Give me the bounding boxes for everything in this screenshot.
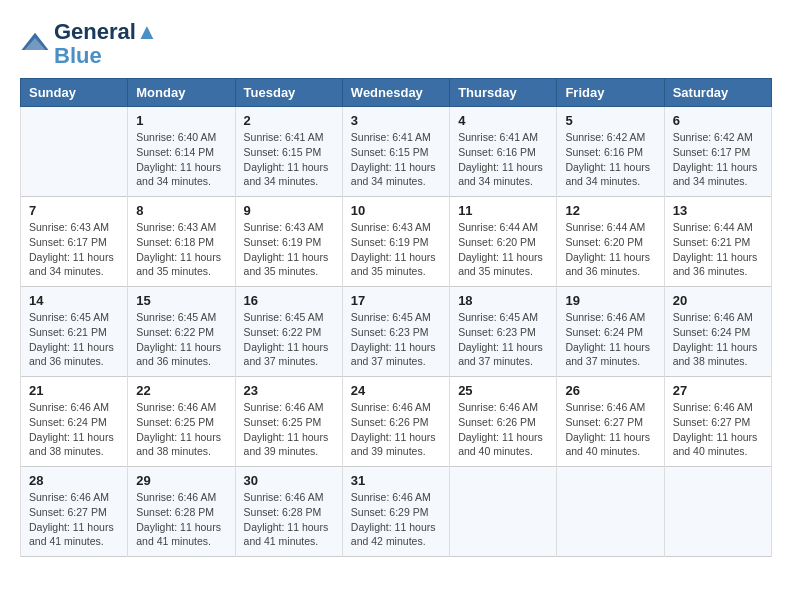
header-sunday: Sunday bbox=[21, 79, 128, 107]
calendar-cell: 23Sunrise: 6:46 AM Sunset: 6:25 PM Dayli… bbox=[235, 377, 342, 467]
day-number: 24 bbox=[351, 383, 441, 398]
week-row-3: 14Sunrise: 6:45 AM Sunset: 6:21 PM Dayli… bbox=[21, 287, 772, 377]
calendar-cell: 1Sunrise: 6:40 AM Sunset: 6:14 PM Daylig… bbox=[128, 107, 235, 197]
day-number: 31 bbox=[351, 473, 441, 488]
calendar-cell: 21Sunrise: 6:46 AM Sunset: 6:24 PM Dayli… bbox=[21, 377, 128, 467]
header-saturday: Saturday bbox=[664, 79, 771, 107]
calendar-cell: 16Sunrise: 6:45 AM Sunset: 6:22 PM Dayli… bbox=[235, 287, 342, 377]
week-row-4: 21Sunrise: 6:46 AM Sunset: 6:24 PM Dayli… bbox=[21, 377, 772, 467]
calendar-cell: 2Sunrise: 6:41 AM Sunset: 6:15 PM Daylig… bbox=[235, 107, 342, 197]
calendar-cell: 31Sunrise: 6:46 AM Sunset: 6:29 PM Dayli… bbox=[342, 467, 449, 557]
day-info: Sunrise: 6:46 AM Sunset: 6:24 PM Dayligh… bbox=[673, 310, 763, 369]
calendar-cell: 5Sunrise: 6:42 AM Sunset: 6:16 PM Daylig… bbox=[557, 107, 664, 197]
calendar-body: 1Sunrise: 6:40 AM Sunset: 6:14 PM Daylig… bbox=[21, 107, 772, 557]
calendar-cell: 8Sunrise: 6:43 AM Sunset: 6:18 PM Daylig… bbox=[128, 197, 235, 287]
day-info: Sunrise: 6:46 AM Sunset: 6:27 PM Dayligh… bbox=[29, 490, 119, 549]
header-tuesday: Tuesday bbox=[235, 79, 342, 107]
day-number: 13 bbox=[673, 203, 763, 218]
day-number: 9 bbox=[244, 203, 334, 218]
day-info: Sunrise: 6:46 AM Sunset: 6:24 PM Dayligh… bbox=[29, 400, 119, 459]
day-info: Sunrise: 6:41 AM Sunset: 6:15 PM Dayligh… bbox=[244, 130, 334, 189]
day-info: Sunrise: 6:43 AM Sunset: 6:17 PM Dayligh… bbox=[29, 220, 119, 279]
day-info: Sunrise: 6:41 AM Sunset: 6:16 PM Dayligh… bbox=[458, 130, 548, 189]
day-info: Sunrise: 6:42 AM Sunset: 6:17 PM Dayligh… bbox=[673, 130, 763, 189]
day-number: 5 bbox=[565, 113, 655, 128]
week-row-5: 28Sunrise: 6:46 AM Sunset: 6:27 PM Dayli… bbox=[21, 467, 772, 557]
day-info: Sunrise: 6:43 AM Sunset: 6:19 PM Dayligh… bbox=[244, 220, 334, 279]
header-friday: Friday bbox=[557, 79, 664, 107]
calendar-cell: 26Sunrise: 6:46 AM Sunset: 6:27 PM Dayli… bbox=[557, 377, 664, 467]
calendar-cell: 25Sunrise: 6:46 AM Sunset: 6:26 PM Dayli… bbox=[450, 377, 557, 467]
day-info: Sunrise: 6:46 AM Sunset: 6:24 PM Dayligh… bbox=[565, 310, 655, 369]
day-info: Sunrise: 6:45 AM Sunset: 6:23 PM Dayligh… bbox=[458, 310, 548, 369]
header-row: SundayMondayTuesdayWednesdayThursdayFrid… bbox=[21, 79, 772, 107]
logo: General▲ Blue bbox=[20, 20, 158, 68]
day-info: Sunrise: 6:46 AM Sunset: 6:26 PM Dayligh… bbox=[351, 400, 441, 459]
day-info: Sunrise: 6:46 AM Sunset: 6:29 PM Dayligh… bbox=[351, 490, 441, 549]
day-number: 14 bbox=[29, 293, 119, 308]
day-info: Sunrise: 6:43 AM Sunset: 6:19 PM Dayligh… bbox=[351, 220, 441, 279]
day-info: Sunrise: 6:44 AM Sunset: 6:20 PM Dayligh… bbox=[565, 220, 655, 279]
day-number: 1 bbox=[136, 113, 226, 128]
day-number: 28 bbox=[29, 473, 119, 488]
calendar-cell bbox=[557, 467, 664, 557]
calendar-cell: 15Sunrise: 6:45 AM Sunset: 6:22 PM Dayli… bbox=[128, 287, 235, 377]
calendar-cell bbox=[664, 467, 771, 557]
calendar-cell bbox=[21, 107, 128, 197]
day-number: 17 bbox=[351, 293, 441, 308]
day-number: 30 bbox=[244, 473, 334, 488]
calendar-cell: 3Sunrise: 6:41 AM Sunset: 6:15 PM Daylig… bbox=[342, 107, 449, 197]
day-info: Sunrise: 6:46 AM Sunset: 6:25 PM Dayligh… bbox=[136, 400, 226, 459]
calendar-cell: 29Sunrise: 6:46 AM Sunset: 6:28 PM Dayli… bbox=[128, 467, 235, 557]
calendar-cell: 19Sunrise: 6:46 AM Sunset: 6:24 PM Dayli… bbox=[557, 287, 664, 377]
calendar-cell: 4Sunrise: 6:41 AM Sunset: 6:16 PM Daylig… bbox=[450, 107, 557, 197]
day-info: Sunrise: 6:45 AM Sunset: 6:22 PM Dayligh… bbox=[244, 310, 334, 369]
calendar-cell: 24Sunrise: 6:46 AM Sunset: 6:26 PM Dayli… bbox=[342, 377, 449, 467]
day-info: Sunrise: 6:43 AM Sunset: 6:18 PM Dayligh… bbox=[136, 220, 226, 279]
day-info: Sunrise: 6:45 AM Sunset: 6:21 PM Dayligh… bbox=[29, 310, 119, 369]
calendar-cell: 10Sunrise: 6:43 AM Sunset: 6:19 PM Dayli… bbox=[342, 197, 449, 287]
calendar-header: SundayMondayTuesdayWednesdayThursdayFrid… bbox=[21, 79, 772, 107]
calendar-cell: 18Sunrise: 6:45 AM Sunset: 6:23 PM Dayli… bbox=[450, 287, 557, 377]
calendar-cell: 22Sunrise: 6:46 AM Sunset: 6:25 PM Dayli… bbox=[128, 377, 235, 467]
header-monday: Monday bbox=[128, 79, 235, 107]
day-number: 2 bbox=[244, 113, 334, 128]
day-number: 7 bbox=[29, 203, 119, 218]
day-info: Sunrise: 6:46 AM Sunset: 6:28 PM Dayligh… bbox=[244, 490, 334, 549]
day-number: 26 bbox=[565, 383, 655, 398]
day-number: 25 bbox=[458, 383, 548, 398]
day-number: 3 bbox=[351, 113, 441, 128]
day-number: 18 bbox=[458, 293, 548, 308]
day-info: Sunrise: 6:46 AM Sunset: 6:27 PM Dayligh… bbox=[673, 400, 763, 459]
day-number: 10 bbox=[351, 203, 441, 218]
calendar-cell: 28Sunrise: 6:46 AM Sunset: 6:27 PM Dayli… bbox=[21, 467, 128, 557]
day-number: 19 bbox=[565, 293, 655, 308]
day-info: Sunrise: 6:46 AM Sunset: 6:25 PM Dayligh… bbox=[244, 400, 334, 459]
day-number: 16 bbox=[244, 293, 334, 308]
day-info: Sunrise: 6:45 AM Sunset: 6:22 PM Dayligh… bbox=[136, 310, 226, 369]
calendar-cell: 6Sunrise: 6:42 AM Sunset: 6:17 PM Daylig… bbox=[664, 107, 771, 197]
day-number: 11 bbox=[458, 203, 548, 218]
calendar-cell: 9Sunrise: 6:43 AM Sunset: 6:19 PM Daylig… bbox=[235, 197, 342, 287]
calendar-cell: 20Sunrise: 6:46 AM Sunset: 6:24 PM Dayli… bbox=[664, 287, 771, 377]
day-info: Sunrise: 6:45 AM Sunset: 6:23 PM Dayligh… bbox=[351, 310, 441, 369]
day-info: Sunrise: 6:46 AM Sunset: 6:26 PM Dayligh… bbox=[458, 400, 548, 459]
header-thursday: Thursday bbox=[450, 79, 557, 107]
day-info: Sunrise: 6:46 AM Sunset: 6:27 PM Dayligh… bbox=[565, 400, 655, 459]
header-wednesday: Wednesday bbox=[342, 79, 449, 107]
page-header: General▲ Blue bbox=[20, 20, 772, 68]
calendar-cell: 7Sunrise: 6:43 AM Sunset: 6:17 PM Daylig… bbox=[21, 197, 128, 287]
calendar-cell: 14Sunrise: 6:45 AM Sunset: 6:21 PM Dayli… bbox=[21, 287, 128, 377]
calendar-cell: 17Sunrise: 6:45 AM Sunset: 6:23 PM Dayli… bbox=[342, 287, 449, 377]
logo-icon bbox=[20, 29, 50, 59]
day-info: Sunrise: 6:46 AM Sunset: 6:28 PM Dayligh… bbox=[136, 490, 226, 549]
calendar-table: SundayMondayTuesdayWednesdayThursdayFrid… bbox=[20, 78, 772, 557]
calendar-cell: 27Sunrise: 6:46 AM Sunset: 6:27 PM Dayli… bbox=[664, 377, 771, 467]
day-info: Sunrise: 6:44 AM Sunset: 6:21 PM Dayligh… bbox=[673, 220, 763, 279]
calendar-cell bbox=[450, 467, 557, 557]
day-info: Sunrise: 6:44 AM Sunset: 6:20 PM Dayligh… bbox=[458, 220, 548, 279]
calendar-cell: 11Sunrise: 6:44 AM Sunset: 6:20 PM Dayli… bbox=[450, 197, 557, 287]
day-number: 8 bbox=[136, 203, 226, 218]
day-number: 4 bbox=[458, 113, 548, 128]
day-number: 29 bbox=[136, 473, 226, 488]
